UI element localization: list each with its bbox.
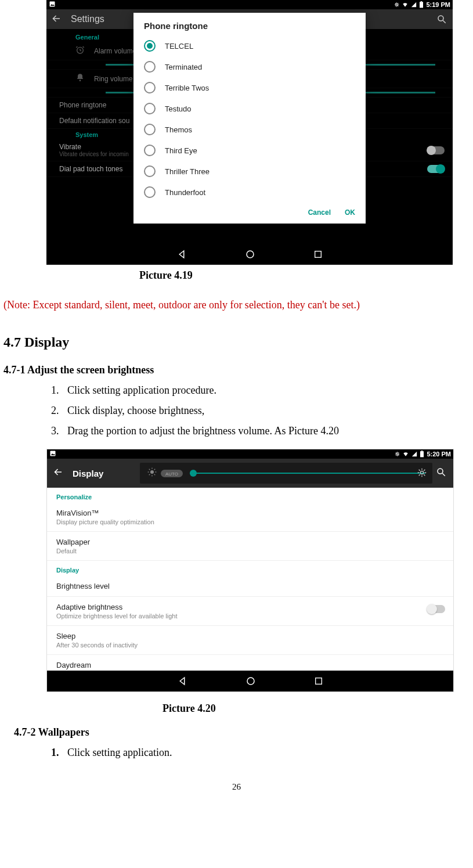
option-thriller-three[interactable]: Thriller Three (133, 161, 366, 182)
vibrate-sub: Vibrate devices for incomin (59, 151, 129, 157)
svg-rect-3 (421, 1, 422, 2)
android-navbar-2 (47, 671, 453, 691)
settings-title: Settings (71, 14, 104, 24)
section-personalize: Personalize (47, 488, 453, 503)
step-1: 1.Click setting application procedure. (51, 384, 473, 397)
battery-icon (419, 1, 424, 8)
bell-icon (75, 73, 87, 84)
sleep-row[interactable]: Sleep After 30 seconds of inactivity (47, 626, 453, 655)
back-icon[interactable] (53, 467, 63, 480)
svg-point-7 (80, 80, 81, 81)
adaptive-title: Adaptive brightness (56, 603, 444, 611)
page-number: 26 (0, 782, 473, 792)
step-wallpaper-1: 1.Click setting application. (51, 747, 473, 759)
auto-brightness-pill[interactable]: AUTO (161, 470, 183, 477)
ringtone-dialog: Phone ringtone TELCEL Terminated Terribl… (133, 13, 366, 224)
svg-rect-10 (50, 451, 56, 456)
option-terrible-twos[interactable]: Terrible Twos (133, 77, 366, 98)
nav-back-icon[interactable] (176, 249, 187, 260)
svg-line-33 (424, 470, 425, 471)
display-title: Display (73, 469, 103, 478)
status-bar-2: ✵ 5:20 PM (47, 449, 453, 459)
dialog-title: Phone ringtone (133, 13, 366, 35)
svg-line-15 (442, 473, 445, 476)
ok-button[interactable]: OK (345, 208, 355, 217)
svg-line-24 (154, 469, 156, 470)
svg-line-21 (149, 469, 150, 470)
cancel-button[interactable]: Cancel (308, 208, 331, 217)
section-display: Display (47, 561, 453, 576)
ring-label: Ring volume (94, 75, 133, 83)
step-3: 3.Drag the portion to adjust the brightn… (51, 425, 473, 437)
wallpaper-row[interactable]: Wallpaper Default (47, 532, 453, 561)
wallpaper-title: Wallpaper (56, 538, 444, 546)
search-icon[interactable] (436, 14, 447, 26)
svg-rect-0 (50, 2, 55, 7)
nav-home-icon[interactable] (245, 676, 256, 686)
brightness-level-label: Brightness level (56, 582, 444, 590)
picture-icon (49, 1, 56, 8)
brightness-level-row[interactable]: Brightness level (47, 576, 453, 597)
miravision-sub: Display picture quality optimization (56, 518, 444, 525)
radio-icon (144, 186, 156, 198)
option-testudo[interactable]: Testudo (133, 98, 366, 119)
wallpaper-sub: Default (56, 548, 444, 554)
nav-home-icon[interactable] (245, 249, 255, 260)
nav-back-icon[interactable] (177, 676, 187, 686)
adaptive-brightness-row[interactable]: Adaptive brightness Optimize brightness … (47, 597, 453, 626)
svg-point-25 (420, 471, 423, 474)
nav-recent-icon[interactable] (313, 250, 323, 259)
dialpad-toggle[interactable] (427, 165, 445, 173)
adaptive-toggle[interactable] (428, 605, 445, 613)
screenshot-settings-ringtone: ✵ 5:19 PM Settings General (46, 0, 453, 265)
radio-icon (144, 82, 156, 93)
status-time-2: 5:20 PM (427, 451, 451, 458)
radio-icon (144, 145, 156, 156)
option-third-eye[interactable]: Third Eye (133, 140, 366, 161)
signal-icon (411, 2, 417, 8)
adaptive-sub: Optimize brightness level for available … (56, 613, 444, 620)
nav-recent-icon[interactable] (314, 676, 323, 686)
option-terminated[interactable]: Terminated (133, 56, 366, 77)
svg-line-5 (443, 20, 446, 23)
svg-line-23 (149, 474, 150, 476)
svg-rect-13 (421, 451, 423, 451)
back-icon[interactable] (51, 13, 62, 26)
wifi-icon (402, 2, 409, 8)
svg-line-22 (154, 474, 156, 476)
svg-rect-35 (316, 678, 322, 685)
vibrate-label: Vibrate (59, 143, 81, 151)
brightness-track[interactable] (190, 473, 425, 474)
sun-bright-icon (417, 468, 427, 480)
caption-4-20: Picture 4.20 (163, 703, 473, 715)
brightness-thumb[interactable] (190, 470, 197, 477)
alarm-icon (75, 45, 87, 56)
svg-line-30 (419, 470, 420, 471)
svg-rect-2 (420, 2, 423, 8)
search-icon[interactable] (436, 467, 446, 480)
svg-point-4 (438, 16, 443, 21)
status-bar: ✵ 5:19 PM (46, 0, 453, 9)
svg-line-32 (419, 474, 420, 476)
caption-4-19: Picture 4.19 (139, 269, 473, 282)
radio-icon (144, 103, 156, 114)
subheading-4-7-2: 4.7-2 Wallpapers (14, 726, 473, 739)
radio-icon (144, 165, 156, 177)
status-time: 5:19 PM (426, 1, 450, 8)
miravision-title: MiraVision™ (56, 509, 444, 517)
option-telcel[interactable]: TELCEL (133, 35, 366, 56)
display-appbar: Display AUTO (47, 459, 453, 488)
android-navbar (46, 244, 453, 265)
option-thunderfoot[interactable]: Thunderfoot (133, 182, 366, 203)
alarm-label: Alarm volume (94, 47, 136, 55)
brightness-slider-panel[interactable]: AUTO (140, 463, 432, 484)
daydream-row[interactable]: Daydream (47, 655, 453, 671)
sun-dim-icon (147, 467, 157, 480)
radio-selected-icon (144, 40, 156, 52)
miravision-row[interactable]: MiraVision™ Display picture quality opti… (47, 503, 453, 532)
svg-point-8 (247, 251, 254, 258)
radio-icon (144, 124, 156, 135)
signal-icon (411, 451, 417, 457)
option-themos[interactable]: Themos (133, 119, 366, 140)
vibrate-toggle[interactable] (427, 146, 445, 154)
